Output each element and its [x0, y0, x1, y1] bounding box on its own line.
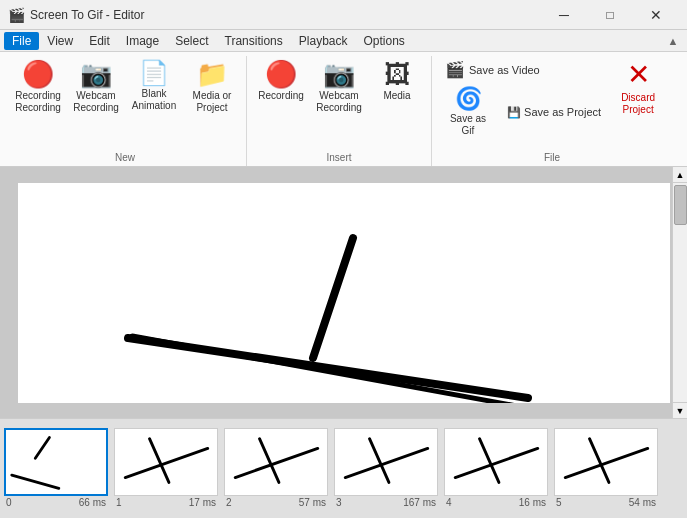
frame-4-index: 4 [446, 497, 452, 508]
canvas-area: ▲ ▼ [0, 167, 687, 418]
media-or-project-button[interactable]: 📁 Media orProject [184, 56, 240, 128]
insert-webcam-icon: 📷 [323, 61, 355, 87]
new-group-label: New [10, 150, 240, 166]
frame-4-img [444, 428, 548, 496]
menu-item-image[interactable]: Image [118, 32, 167, 50]
minimize-button[interactable]: ─ [541, 0, 587, 30]
frame-0-time: 66 ms [79, 497, 106, 508]
menu-item-file[interactable]: File [4, 32, 39, 50]
insert-media-button[interactable]: 🖼 Media [369, 56, 425, 128]
save-gif-icon: 🌀 [455, 88, 482, 110]
frame-5-img [554, 428, 658, 496]
frame-1-time: 17 ms [189, 497, 216, 508]
menu-item-transitions[interactable]: Transitions [217, 32, 291, 50]
maximize-button[interactable]: □ [587, 0, 633, 30]
frame-0-img [4, 428, 108, 496]
menu-item-playback[interactable]: Playback [291, 32, 356, 50]
frame-3-index: 3 [336, 497, 342, 508]
frame-1-index: 1 [116, 497, 122, 508]
frame-4-info: 4 16 ms [442, 496, 550, 509]
svg-line-7 [235, 448, 318, 477]
svg-line-3 [12, 475, 59, 488]
svg-line-10 [370, 439, 389, 483]
recording-icon: 🔴 [22, 61, 54, 87]
frame-3[interactable]: 3 167 ms [332, 428, 440, 509]
svg-line-12 [480, 439, 499, 483]
webcam-recording-button[interactable]: 📷 WebcamRecording [68, 56, 124, 128]
menu-bar: File View Edit Image Select Transitions … [0, 30, 687, 52]
svg-line-8 [260, 439, 279, 483]
svg-line-11 [455, 448, 538, 477]
save-video-icon: 🎬 [445, 60, 465, 79]
drawing-canvas [18, 183, 670, 403]
ribbon-collapse-btn[interactable]: ▲ [663, 31, 683, 51]
save-as-video-button[interactable]: 🎬 Save as Video [438, 56, 608, 83]
save-as-gif-button[interactable]: 🌀 Save asGif [438, 84, 498, 141]
frame-2[interactable]: 2 57 ms [222, 428, 330, 509]
discard-icon: ✕ [627, 61, 650, 89]
folder-icon: 📁 [196, 61, 228, 87]
frame-2-img [224, 428, 328, 496]
vertical-scrollbar[interactable]: ▲ ▼ [672, 167, 687, 418]
menu-item-options[interactable]: Options [356, 32, 413, 50]
ribbon-group-file: 🎬 Save as Video 🌀 Save asGif 💾 Save as P… [432, 56, 672, 166]
menu-item-edit[interactable]: Edit [81, 32, 118, 50]
frame-5[interactable]: 5 54 ms [552, 428, 660, 509]
close-button[interactable]: ✕ [633, 0, 679, 30]
frame-0-info: 0 66 ms [2, 496, 110, 509]
frame-4-time: 16 ms [519, 497, 546, 508]
svg-line-14 [590, 439, 609, 483]
frame-5-index: 5 [556, 497, 562, 508]
menu-item-view[interactable]: View [39, 32, 81, 50]
menu-item-select[interactable]: Select [167, 32, 216, 50]
frame-3-img [334, 428, 438, 496]
ribbon-group-new: 🔴 RecordingRecording 📷 WebcamRecording 📄… [4, 56, 247, 166]
blank-animation-button[interactable]: 📄 BlankAnimation [126, 56, 182, 128]
blank-icon: 📄 [139, 61, 169, 85]
file-group-label: File [438, 150, 666, 166]
vscroll-thumb[interactable] [674, 185, 687, 225]
ribbon: 🔴 RecordingRecording 📷 WebcamRecording 📄… [0, 52, 687, 167]
insert-recording-icon: 🔴 [265, 61, 297, 87]
svg-line-2 [128, 338, 528, 398]
title-bar: 🎬 Screen To Gif - Editor ─ □ ✕ [0, 0, 687, 30]
filmstrip: 0 66 ms 1 17 ms [0, 418, 687, 518]
ribbon-group-insert: 🔴 Recording 📷 WebcamRecording 🖼 Media In… [247, 56, 432, 166]
frame-0[interactable]: 0 66 ms [2, 428, 110, 509]
insert-recording-button[interactable]: 🔴 Recording [253, 56, 309, 128]
canvas-content [18, 183, 670, 403]
frame-0-index: 0 [6, 497, 12, 508]
insert-webcam-button[interactable]: 📷 WebcamRecording [311, 56, 367, 128]
svg-line-5 [125, 448, 208, 477]
frame-2-index: 2 [226, 497, 232, 508]
insert-media-icon: 🖼 [384, 61, 410, 87]
recording-button[interactable]: 🔴 RecordingRecording [10, 56, 66, 128]
svg-line-4 [35, 438, 49, 459]
frame-1-info: 1 17 ms [112, 496, 220, 509]
svg-line-1 [313, 238, 353, 358]
frame-1-img [114, 428, 218, 496]
webcam-icon: 📷 [80, 61, 112, 87]
frame-3-info: 3 167 ms [332, 496, 440, 509]
discard-project-button[interactable]: ✕ DiscardProject [610, 56, 666, 128]
vscroll-down-arrow[interactable]: ▼ [673, 402, 688, 418]
frame-1[interactable]: 1 17 ms [112, 428, 220, 509]
frame-2-info: 2 57 ms [222, 496, 330, 509]
svg-line-6 [150, 439, 169, 483]
save-as-project-button[interactable]: 💾 Save as Project [500, 102, 608, 123]
frame-4[interactable]: 4 16 ms [442, 428, 550, 509]
frame-5-info: 5 54 ms [552, 496, 660, 509]
save-options-group: 🎬 Save as Video 🌀 Save asGif 💾 Save as P… [438, 56, 608, 141]
title-text: Screen To Gif - Editor [30, 8, 541, 22]
frame-3-time: 167 ms [403, 497, 436, 508]
svg-line-9 [345, 448, 428, 477]
app-icon: 🎬 [8, 7, 25, 23]
svg-line-13 [565, 448, 648, 477]
vscroll-up-arrow[interactable]: ▲ [673, 167, 688, 183]
insert-group-label: Insert [253, 150, 425, 166]
frame-5-time: 54 ms [629, 497, 656, 508]
window-controls: ─ □ ✕ [541, 0, 679, 30]
frame-2-time: 57 ms [299, 497, 326, 508]
